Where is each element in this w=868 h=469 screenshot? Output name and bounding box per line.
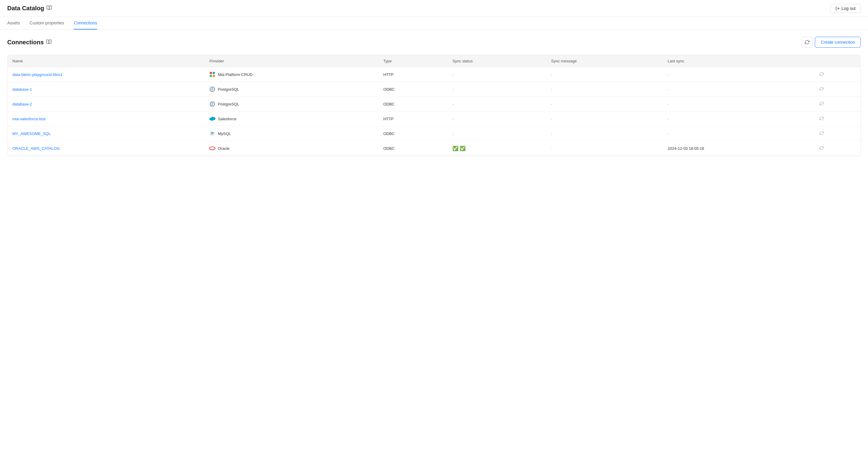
cell-row-action [815,97,861,111]
cell-row-action [815,82,861,97]
sync-message-dash: - [551,131,552,136]
connection-name-link[interactable]: mia-salesforce-test [12,116,45,121]
sync-status-dash: - [453,131,454,136]
row-refresh-button[interactable] [819,102,824,107]
tab-custom-properties[interactable]: Custom properties [30,17,64,30]
app-header: Data Catalog Log out [0,0,868,17]
provider-name: Salesforce [218,116,236,121]
row-refresh-button[interactable] [819,72,824,77]
cell-sync-status: ✅ ✅ [447,141,546,156]
connections-table-wrapper: Name Provider Type Sync status Sync mess… [7,55,861,156]
col-sync-status: Sync status [447,55,546,67]
cell-type: ODBC [378,126,447,141]
cell-provider: MySQL [205,126,378,141]
cell-sync-status: - [447,67,546,82]
oracle-icon [209,145,215,151]
cell-last-sync: - [663,82,815,97]
sync-status-dash: - [453,87,454,92]
cell-row-action [815,141,861,156]
row-refresh-button[interactable] [819,116,824,122]
header-left: Data Catalog [7,5,52,12]
last-sync-dash: - [668,72,669,77]
provider-cell: Salesforce [209,116,373,122]
row-refresh-button[interactable] [819,146,824,151]
col-actions [815,55,861,67]
tab-assets[interactable]: Assets [7,17,20,30]
svg-point-3 [210,75,212,77]
section-actions: Create connection [802,37,861,47]
cell-sync-message: - [546,97,663,111]
cell-row-action [815,67,861,82]
sync-status-icons: ✅ ✅ [453,145,541,151]
create-connection-button[interactable]: Create connection [815,37,861,47]
cell-provider: Salesforce [205,111,378,126]
cell-sync-status: - [447,111,546,126]
book-icon[interactable] [46,5,52,12]
sync-message-dash: - [551,87,552,92]
cell-sync-message: - [546,126,663,141]
row-refresh-button[interactable] [819,87,824,92]
provider-name: Mia-Platform CRUD [218,72,252,77]
table-row: data-fabric-playground-fdns1 Mia-Platfor… [7,67,861,82]
cell-provider: Oracle [205,141,378,156]
col-sync-message: Sync message [546,55,663,67]
cell-provider: PostgreSQL [205,97,378,111]
cell-type: ODBC [378,82,447,97]
svg-point-5 [210,147,215,150]
cell-sync-status: - [447,126,546,141]
connection-name-link[interactable]: MY_AWESOME_SQL [12,131,51,136]
provider-name: MySQL [218,131,231,136]
connection-name-link[interactable]: data-fabric-playground-fdns1 [12,72,62,77]
cell-type: HTTP [378,111,447,126]
section-book-icon[interactable] [46,39,52,45]
cell-last-sync: - [663,97,815,111]
table-row: MY_AWESOME_SQL MySQL ODBC - - - [7,126,861,141]
tab-connections[interactable]: Connections [73,17,97,30]
provider-cell: PostgreSQL [209,101,373,107]
cell-row-action [815,126,861,141]
connection-name-link[interactable]: database-1 [12,87,32,92]
postgresql-icon [209,101,215,107]
provider-name: PostgreSQL [218,102,239,106]
refresh-button[interactable] [802,37,812,47]
cell-type: ODBC [378,141,447,156]
cell-last-sync: - [663,67,815,82]
row-refresh-button[interactable] [819,131,824,136]
sync-message-dash: - [551,102,552,106]
salesforce-icon [209,116,215,122]
cell-name: database-2 [7,97,205,111]
sync-message-dash: - [551,72,552,77]
logout-button[interactable]: Log out [830,4,861,13]
connection-name-link[interactable]: database-2 [12,102,32,106]
table-row: ORACLE_AWS_CATALOG Oracle ODBC ✅ ✅ - 202… [7,141,861,156]
col-type: Type [378,55,447,67]
app-title: Data Catalog [7,5,44,12]
provider-cell: Mia-Platform CRUD [209,71,373,77]
cell-sync-message: - [546,141,663,156]
sync-check-icon-2: ✅ [460,145,466,151]
cell-name: mia-salesforce-test [7,111,205,126]
col-last-sync: Last sync [663,55,815,67]
table-row: database-1 PostgreSQL ODBC - - - [7,82,861,97]
logout-label: Log out [841,6,856,11]
cell-type: HTTP [378,67,447,82]
svg-point-1 [210,72,212,74]
postgresql-icon [209,86,215,92]
svg-point-2 [213,72,215,74]
cell-sync-message: - [546,67,663,82]
table-row: mia-salesforce-test Salesforce HTTP - - … [7,111,861,126]
section-title: Connections [7,39,44,46]
col-name: Name [7,55,205,67]
section-title-group: Connections [7,39,52,46]
provider-name: PostgreSQL [218,87,239,92]
cell-name: data-fabric-playground-fdns1 [7,67,205,82]
last-sync-value: 2024-12-03 16:05:18 [668,146,704,151]
main-content: Connections Create connection [0,30,868,163]
connection-name-link[interactable]: ORACLE_AWS_CATALOG [12,146,60,151]
sync-message-dash: - [551,146,552,151]
sync-status-dash: - [453,116,454,121]
cell-row-action [815,111,861,126]
cell-sync-status: - [447,97,546,111]
col-provider: Provider [205,55,378,67]
cell-last-sync: - [663,111,815,126]
